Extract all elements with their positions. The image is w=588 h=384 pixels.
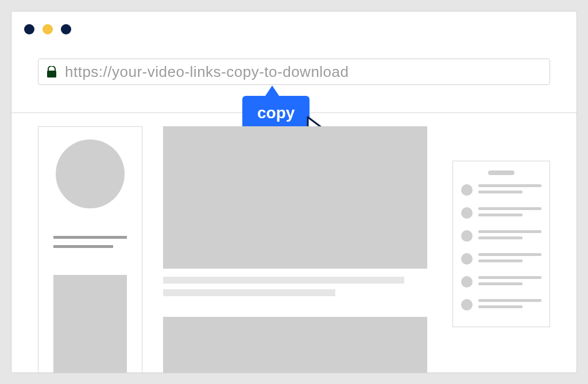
left-sidebar [38,126,142,373]
caption-line [163,289,335,296]
page-content [11,113,577,373]
video-placeholder[interactable] [163,317,427,373]
item-dot-icon [461,253,473,265]
main-column [163,126,427,373]
card-header-pill [488,170,514,175]
list-item[interactable] [461,230,541,243]
item-dot-icon [461,230,473,242]
window-dot-minimize[interactable] [42,24,53,34]
item-dot-icon [461,276,473,288]
lock-icon [47,66,57,77]
url-text: https://your-video-links-copy-to-downloa… [65,63,349,81]
item-dot-icon [461,184,473,196]
caption-line [163,277,404,284]
window-dot-maximize[interactable] [61,24,71,34]
avatar [56,139,125,208]
browser-window: https://your-video-links-copy-to-downloa… [11,11,577,373]
window-dot-close[interactable] [24,24,34,34]
sidebar-text-line [53,245,113,248]
item-dot-icon [461,299,473,311]
list-item[interactable] [461,207,541,220]
list-item[interactable] [461,299,541,312]
list-item[interactable] [461,184,541,197]
list-item[interactable] [461,276,541,289]
svg-rect-0 [47,71,56,77]
suggestions-card [452,161,550,327]
sidebar-thumbnail [53,275,127,373]
list-item[interactable] [461,253,541,266]
sidebar-text-line [53,236,127,239]
video-placeholder[interactable] [163,126,427,269]
window-controls [24,24,71,34]
address-bar[interactable]: https://your-video-links-copy-to-downloa… [38,59,550,85]
item-dot-icon [461,207,473,219]
